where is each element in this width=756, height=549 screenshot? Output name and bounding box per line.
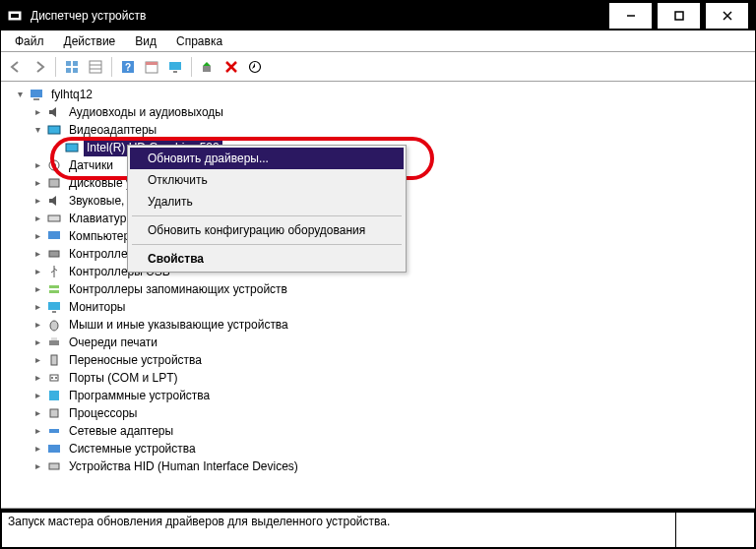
menu-view[interactable]: Вид	[125, 32, 166, 50]
chevron-right-icon[interactable]: ▸	[31, 334, 44, 351]
svg-rect-34	[49, 290, 59, 293]
tree-label: Видеоадаптеры	[66, 121, 159, 139]
chevron-right-icon[interactable]: ▸	[31, 245, 44, 263]
computer-icon	[46, 228, 62, 244]
chevron-right-icon[interactable]: ▸	[31, 369, 44, 387]
hid-icon	[46, 458, 62, 474]
svg-rect-31	[48, 231, 60, 239]
menu-action[interactable]: Действие	[54, 32, 126, 50]
tree-controllers-storage[interactable]: ▸ Контроллеры запоминающих устройств	[9, 280, 755, 298]
chevron-right-icon[interactable]: ▸	[31, 422, 44, 440]
chevron-right-icon[interactable]: ▸	[31, 316, 44, 334]
chevron-right-icon[interactable]: ▸	[31, 351, 44, 369]
chevron-down-icon[interactable]: ▾	[13, 86, 27, 103]
chevron-right-icon[interactable]: ▸	[31, 156, 44, 174]
tree-label: Контроллеры запоминающих устройств	[66, 280, 290, 298]
chevron-right-icon[interactable]: ▸	[31, 227, 44, 245]
portable-icon	[46, 352, 62, 368]
maximize-button[interactable]	[657, 2, 701, 30]
tree-processors[interactable]: ▸ Процессоры	[9, 404, 755, 422]
svg-rect-6	[66, 61, 71, 66]
svg-rect-30	[48, 215, 60, 221]
chevron-right-icon[interactable]: ▸	[31, 298, 44, 316]
display-adapter-icon	[64, 140, 80, 155]
tb-grid-icon[interactable]	[85, 56, 106, 78]
close-button[interactable]	[705, 2, 749, 30]
device-tree[interactable]: ▾ fylhtq12 ▸ Аудиовходы и аудиовыходы ▾ …	[1, 82, 755, 508]
printer-icon	[46, 335, 62, 350]
menubar: Файл Действие Вид Справка	[1, 30, 755, 52]
chevron-right-icon[interactable]: ▸	[31, 174, 44, 192]
tree-print-queues[interactable]: ▸ Очереди печати	[9, 334, 755, 351]
sensor-icon	[46, 157, 62, 173]
ctx-disable[interactable]: Отключить	[130, 169, 404, 191]
tb-help-icon[interactable]: ?	[117, 56, 139, 78]
svg-rect-19	[203, 66, 211, 72]
tb-calendar-icon[interactable]	[141, 56, 162, 78]
tree-label: Порты (COM и LPT)	[66, 369, 181, 387]
cpu-icon	[46, 405, 62, 421]
toolbar-separator	[111, 57, 112, 77]
tree-mice[interactable]: ▸ Мыши и иные указывающие устройства	[9, 316, 755, 334]
tree-root[interactable]: ▾ fylhtq12	[9, 86, 755, 103]
svg-rect-25	[48, 126, 60, 134]
window-title: Диспетчер устройств	[31, 9, 604, 23]
tree-system[interactable]: ▸ Системные устройства	[9, 440, 755, 458]
svg-rect-1	[11, 14, 19, 18]
tree-hid[interactable]: ▸ Устройства HID (Human Interface Device…	[9, 458, 755, 475]
tb-update-icon[interactable]	[244, 56, 266, 78]
network-icon	[46, 423, 62, 439]
minimize-button[interactable]	[608, 2, 653, 30]
svg-rect-17	[169, 62, 181, 70]
usb-icon	[46, 264, 62, 279]
svg-rect-16	[146, 62, 158, 65]
menu-help[interactable]: Справка	[166, 32, 232, 50]
chevron-right-icon[interactable]: ▸	[31, 280, 44, 298]
system-icon	[46, 441, 62, 457]
tb-group-icon[interactable]	[61, 56, 83, 78]
software-icon	[46, 388, 62, 403]
svg-rect-8	[66, 68, 71, 73]
chevron-right-icon[interactable]: ▸	[31, 458, 44, 475]
ctx-update-drivers[interactable]: Обновить драйверы...	[130, 148, 404, 169]
svg-rect-40	[51, 355, 57, 365]
ctx-properties[interactable]: Свойства	[130, 248, 404, 270]
svg-rect-7	[73, 61, 78, 66]
ctx-scan[interactable]: Обновить конфигурацию оборудования	[130, 219, 404, 241]
tree-ports[interactable]: ▸ Порты (COM и LPT)	[9, 369, 755, 387]
chevron-right-icon[interactable]: ▸	[31, 440, 44, 458]
svg-point-43	[55, 377, 57, 379]
app-icon	[7, 8, 23, 24]
chevron-right-icon[interactable]: ▸	[31, 210, 44, 227]
chevron-right-icon[interactable]: ▸	[31, 192, 44, 210]
svg-rect-9	[73, 68, 78, 73]
svg-text:?: ?	[125, 62, 131, 73]
tb-monitor-icon[interactable]	[164, 56, 186, 78]
tree-audio[interactable]: ▸ Аудиовходы и аудиовыходы	[9, 103, 755, 121]
tree-network[interactable]: ▸ Сетевые адаптеры	[9, 422, 755, 440]
tree-portable[interactable]: ▸ Переносные устройства	[9, 351, 755, 369]
tree-label: Переносные устройства	[66, 351, 205, 369]
chevron-right-icon[interactable]: ▸	[31, 103, 44, 121]
svg-point-37	[50, 321, 58, 331]
tb-delete-icon[interactable]	[220, 56, 242, 78]
tree-video[interactable]: ▾ Видеоадаптеры	[9, 121, 755, 139]
chevron-right-icon[interactable]: ▸	[31, 263, 44, 280]
chevron-down-icon[interactable]: ▾	[31, 121, 44, 139]
root-label: fylhtq12	[48, 86, 95, 103]
tree-monitors[interactable]: ▸ Мониторы	[9, 298, 755, 316]
back-button[interactable]	[5, 56, 27, 78]
tree-software[interactable]: ▸ Программные устройства	[9, 387, 755, 404]
svg-rect-29	[49, 179, 59, 187]
menu-file[interactable]: Файл	[5, 32, 54, 50]
ctx-separator	[132, 215, 402, 216]
tree-label: Системные устройства	[66, 440, 199, 458]
chevron-right-icon[interactable]: ▸	[31, 404, 44, 422]
forward-button[interactable]	[29, 56, 50, 78]
tree-label: Мониторы	[66, 298, 128, 316]
svg-rect-18	[173, 71, 177, 73]
ctx-delete[interactable]: Удалить	[130, 191, 404, 213]
chevron-right-icon[interactable]: ▸	[31, 387, 44, 404]
toolbar-separator	[55, 57, 56, 77]
tb-scan-icon[interactable]	[197, 56, 219, 78]
